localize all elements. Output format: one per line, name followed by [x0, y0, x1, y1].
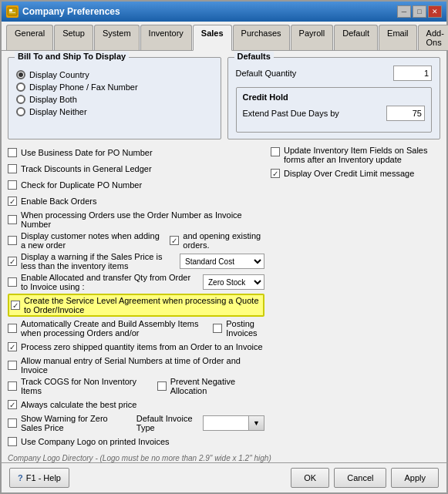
process-zero-row: Process zero shipped quantity items from…: [8, 340, 264, 354]
enable-allocated-row: Enable Allocated and transfer Qty from O…: [8, 273, 264, 291]
tab-purchases[interactable]: Purchases: [233, 25, 290, 50]
update-inventory-label: Update Inventory Item Fields on Sales fo…: [284, 146, 440, 164]
title-bar: Company Preferences ─ □ ✕: [2, 2, 446, 22]
display-warning-row: Display a warning if the Sales Price is …: [8, 252, 264, 271]
posting-invoices-check[interactable]: [213, 324, 222, 333]
show-warning-zero-row: Show Warning for Zero Sales Price Defaul…: [8, 414, 264, 432]
extend-days-input[interactable]: [386, 106, 425, 121]
update-inventory-row: Update Inventory Item Fields on Sales fo…: [271, 146, 440, 164]
standard-cost-select-wrapper: Standard Cost Average Cost Last Cost: [180, 254, 264, 269]
content-area: Bill To and Ship To Display Display Coun…: [2, 51, 446, 462]
create-sla-row: Create the Service Level Agreement when …: [8, 294, 264, 317]
track-discounts-check[interactable]: [8, 164, 17, 173]
show-warning-zero-label: Show Warning for Zero Sales Price: [21, 414, 125, 432]
enable-allocated-check[interactable]: [8, 277, 17, 287]
radio-display-phone[interactable]: Display Phone / Fax Number: [16, 82, 213, 92]
create-sla-check[interactable]: [11, 301, 20, 310]
default-invoice-input[interactable]: [203, 415, 249, 431]
default-invoice-browse-btn[interactable]: ▼: [249, 415, 264, 431]
cancel-button[interactable]: Cancel: [334, 468, 386, 488]
proc-orders-row: When processing Orders use the Order Num…: [8, 210, 264, 229]
logo-directory-section: Company Logo Directory - (Logo must be n…: [8, 454, 440, 462]
tab-default[interactable]: Default: [334, 25, 378, 50]
auto-create-check[interactable]: [8, 324, 17, 333]
radio-display-country[interactable]: Display Country: [16, 70, 213, 79]
always-best-check[interactable]: [8, 400, 17, 409]
allow-manual-check[interactable]: [8, 361, 17, 370]
radio-neither-btn[interactable]: [16, 107, 25, 116]
allow-manual-label: Allow manual entry of Serial Numbers at …: [21, 356, 264, 375]
tab-setup[interactable]: Setup: [54, 25, 93, 50]
always-best-label: Always calculate the best price: [21, 400, 264, 409]
apply-button[interactable]: Apply: [391, 468, 439, 488]
update-inventory-check[interactable]: [271, 147, 280, 156]
footer: ? F1 - Help OK Cancel Apply: [2, 462, 446, 492]
close-button[interactable]: ✕: [428, 5, 442, 18]
show-warning-zero-check[interactable]: [8, 418, 17, 428]
track-discounts-label: Track Discounts in General Ledger: [21, 164, 264, 173]
help-label: F1 - Help: [26, 473, 61, 482]
radio-country-label: Display Country: [29, 70, 89, 79]
extend-days-row: Extend Past Due Days by: [243, 106, 426, 121]
maximize-button[interactable]: □: [413, 5, 426, 18]
enable-back-orders-label: Enable Back Orders: [21, 197, 264, 206]
tab-addons[interactable]: Add-Ons: [418, 25, 448, 50]
posting-invoices-label: Posting Invoices: [226, 319, 264, 338]
create-sla-label: Create the Service Level Agreement when …: [24, 296, 261, 314]
display-options: Display Country Display Phone / Fax Numb…: [16, 70, 213, 116]
enable-back-orders-check[interactable]: [8, 197, 17, 206]
and-opening-check[interactable]: [170, 236, 179, 245]
main-options: Use Business Date for PO Number Track Di…: [8, 146, 440, 451]
display-warning-check[interactable]: [8, 257, 17, 266]
extend-label: Extend Past Due Days by: [243, 109, 339, 118]
radio-both-btn[interactable]: [16, 95, 25, 104]
bill-ship-title: Bill To and Ship To Display: [15, 52, 129, 61]
tab-general[interactable]: General: [6, 25, 53, 50]
display-credit-label: Display Over Credit Limit message: [284, 169, 414, 178]
track-cogs-label: Track COGS for Non Inventory Items: [21, 377, 147, 395]
svg-rect-1: [9, 9, 12, 12]
help-button[interactable]: ? F1 - Help: [9, 468, 69, 488]
allow-manual-row: Allow manual entry of Serial Numbers at …: [8, 356, 264, 375]
radio-country-btn[interactable]: [16, 70, 25, 79]
check-dup-po-check[interactable]: [8, 180, 17, 190]
and-opening-label: and opening existing orders.: [183, 231, 264, 250]
quantity-input[interactable]: [393, 66, 432, 81]
svg-rect-2: [9, 12, 15, 13]
minimize-button[interactable]: ─: [397, 5, 411, 18]
check-dup-po-label: Check for Duplicate PO Number: [21, 180, 264, 190]
tab-email[interactable]: Email: [379, 25, 417, 50]
tab-system[interactable]: System: [94, 25, 140, 50]
display-customer-label: Display customer notes when adding a new…: [21, 231, 163, 250]
track-discounts-row: Track Discounts in General Ledger: [8, 162, 264, 176]
enable-allocated-label: Enable Allocated and transfer Qty from O…: [21, 273, 197, 291]
tab-payroll[interactable]: Payroll: [291, 25, 334, 50]
radio-display-both[interactable]: Display Both: [16, 95, 213, 104]
radio-phone-btn[interactable]: [16, 82, 25, 92]
zero-stock-select-wrapper: Zero Stock: [203, 274, 264, 290]
ok-button[interactable]: OK: [291, 468, 329, 488]
auto-create-row: Automatically Create and Build Assembly …: [8, 319, 264, 338]
tab-bar: General Setup System Inventory Sales Pur…: [2, 22, 446, 51]
main-window: Company Preferences ─ □ ✕ General Setup …: [0, 0, 448, 494]
always-best-row: Always calculate the best price: [8, 398, 264, 412]
zero-stock-select[interactable]: Zero Stock: [203, 274, 264, 290]
radio-display-neither[interactable]: Display Neither: [16, 107, 213, 116]
process-zero-label: Process zero shipped quantity items from…: [21, 342, 264, 351]
prevent-neg-check[interactable]: [157, 381, 167, 391]
svg-rect-0: [8, 8, 17, 15]
proc-orders-check[interactable]: [8, 215, 17, 224]
track-cogs-prevent-row: Track COGS for Non Inventory Items Preve…: [8, 377, 264, 395]
prevent-neg-label: Prevent Negative Allocation: [170, 377, 264, 395]
process-zero-check[interactable]: [8, 342, 17, 351]
tab-inventory[interactable]: Inventory: [140, 25, 192, 50]
use-biz-date-check[interactable]: [8, 148, 17, 157]
track-cogs-check[interactable]: [8, 381, 17, 391]
display-credit-check[interactable]: [271, 169, 280, 178]
tab-sales[interactable]: Sales: [193, 25, 232, 51]
use-company-logo-check[interactable]: [8, 437, 17, 446]
display-customer-check[interactable]: [8, 236, 17, 245]
default-invoice-wrapper: ▼: [203, 415, 264, 431]
standard-cost-select[interactable]: Standard Cost Average Cost Last Cost: [180, 254, 264, 269]
top-section: Bill To and Ship To Display Display Coun…: [8, 57, 440, 139]
